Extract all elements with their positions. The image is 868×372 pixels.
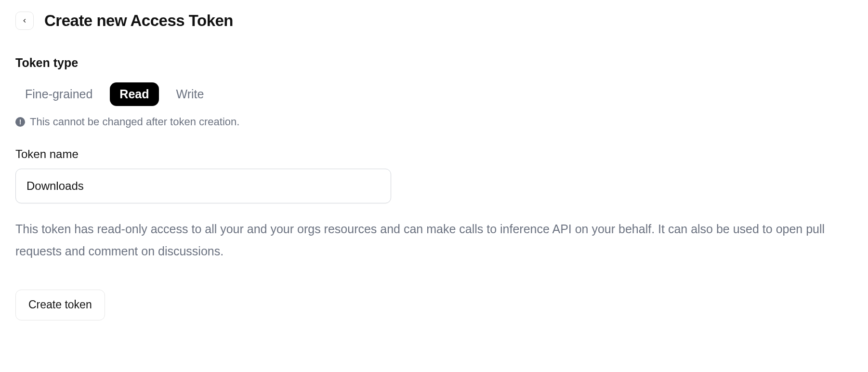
token-type-selector: Fine-grained Read Write [15, 82, 853, 106]
chevron-left-icon [21, 17, 28, 24]
token-type-label: Token type [15, 56, 853, 70]
info-icon: ! [15, 117, 25, 127]
token-type-fine-grained[interactable]: Fine-grained [15, 82, 102, 106]
token-type-read[interactable]: Read [110, 82, 158, 106]
token-description: This token has read-only access to all y… [15, 218, 853, 263]
warning-text: This cannot be changed after token creat… [30, 116, 239, 128]
token-type-write[interactable]: Write [167, 82, 214, 106]
page-title: Create new Access Token [44, 12, 233, 30]
token-name-input[interactable] [15, 169, 391, 203]
page-header: Create new Access Token [15, 12, 853, 30]
back-button[interactable] [15, 12, 34, 30]
create-token-button[interactable]: Create token [15, 290, 105, 320]
token-name-label: Token name [15, 147, 853, 161]
token-type-warning: ! This cannot be changed after token cre… [15, 116, 853, 128]
